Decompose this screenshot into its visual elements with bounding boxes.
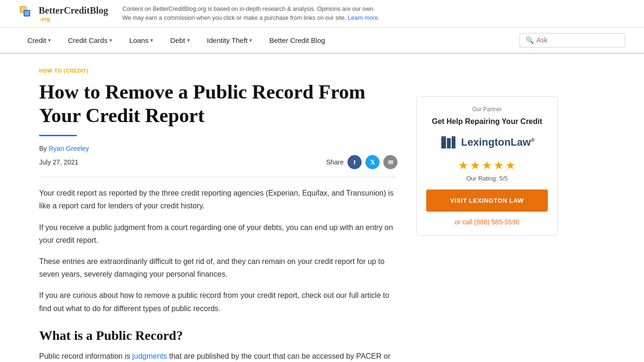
search-icon: 🔍 [526, 36, 534, 44]
author-link[interactable]: Ryan Greeley [49, 145, 89, 152]
svg-rect-6 [447, 138, 451, 148]
star-5: ★ [505, 159, 516, 172]
star-1: ★ [458, 159, 469, 172]
disclaimer-text: Content on BetterCreditBlog.org is based… [122, 5, 380, 23]
share-label: Share [326, 158, 344, 166]
nav-item-identity-theft[interactable]: Identity Theft ▾ [198, 28, 261, 53]
partner-label: Our Partner [426, 106, 548, 113]
section-paragraph: Public record information is judgments t… [39, 350, 397, 362]
article-date: July 27, 2021 [39, 158, 78, 166]
logo-area[interactable]: BetterCreditBlog .org [19, 5, 108, 22]
svg-rect-5 [441, 136, 446, 138]
chevron-down-icon: ▾ [48, 37, 51, 43]
chevron-down-icon: ▾ [187, 37, 190, 43]
chevron-down-icon: ▾ [109, 37, 112, 43]
star-3: ★ [482, 159, 492, 172]
svg-rect-8 [452, 136, 455, 138]
learn-more-link[interactable]: Learn more. [348, 15, 380, 21]
partner-stars: ★ ★ ★ ★ ★ [426, 159, 548, 172]
chevron-down-icon: ▾ [150, 37, 153, 43]
twitter-share-button[interactable]: 𝕏 [365, 155, 380, 169]
date-share-line: July 27, 2021 Share f 𝕏 ✉ [39, 155, 397, 177]
partner-logo-text: LexingtonLaw® [461, 136, 535, 148]
nav-item-credit[interactable]: Credit ▾ [19, 28, 59, 53]
svg-rect-3 [25, 11, 29, 16]
nav-bar: Credit ▾ Credit Cards ▾ Loans ▾ Debt ▾ I… [0, 28, 644, 54]
article-body: Your credit report as reported by the th… [39, 187, 397, 362]
search-box[interactable]: 🔍 [520, 33, 625, 48]
logo-icon [19, 5, 36, 22]
logo-name: BetterCreditBlog [39, 5, 108, 16]
partner-card: Our Partner Get Help Repairing Your Cred… [416, 96, 558, 236]
logo-text-area: BetterCreditBlog .org [39, 5, 108, 22]
paragraph-3: These entries are extraordinarily diffic… [39, 255, 397, 280]
star-2: ★ [470, 159, 480, 172]
paragraph-1: Your credit report as reported by the th… [39, 187, 397, 212]
facebook-share-button[interactable]: f [347, 155, 362, 169]
email-share-button[interactable]: ✉ [383, 155, 397, 169]
nav-item-better-credit-blog[interactable]: Better Credit Blog [261, 28, 333, 53]
partner-logo: LexingtonLaw® [426, 133, 548, 151]
nav-item-loans[interactable]: Loans ▾ [121, 28, 162, 53]
chevron-down-icon: ▾ [249, 37, 252, 43]
article-content: HOW TO (CREDIT) How to Remove a Public R… [39, 68, 397, 362]
visit-lexington-law-button[interactable]: VISIT LEXINGTON LAW [426, 189, 548, 212]
partner-rating: Our Rating: 5/5 [426, 175, 548, 182]
section-heading: What is a Public Record? [39, 328, 397, 343]
lexington-law-icon [439, 133, 457, 151]
logo-org: .org [40, 16, 108, 22]
nav-item-debt[interactable]: Debt ▾ [162, 28, 198, 53]
top-bar: BetterCreditBlog .org Content on BetterC… [0, 0, 644, 28]
star-4: ★ [494, 159, 504, 172]
judgments-link[interactable]: judgments [132, 352, 167, 360]
article-title: How to Remove a Public Record From Your … [39, 80, 397, 128]
paragraph-4: If you are curious about how to remove a… [39, 289, 397, 314]
share-area: Share f 𝕏 ✉ [326, 155, 397, 169]
title-underline [39, 135, 77, 136]
paragraph-2: If you receive a public judgment from a … [39, 221, 397, 247]
partner-title: Get Help Repairing Your Credit [426, 117, 548, 126]
nav-item-credit-cards[interactable]: Credit Cards ▾ [59, 28, 121, 53]
author-line: By Ryan Greeley [39, 145, 397, 152]
main-layout: HOW TO (CREDIT) How to Remove a Public R… [20, 54, 624, 362]
nav-links: Credit ▾ Credit Cards ▾ Loans ▾ Debt ▾ I… [19, 28, 520, 53]
sidebar: Our Partner Get Help Repairing Your Cred… [416, 68, 558, 362]
partner-call-link[interactable]: or call (888) 585-5590 [426, 218, 548, 226]
search-input[interactable] [537, 36, 619, 44]
category-label: HOW TO (CREDIT) [39, 68, 397, 74]
